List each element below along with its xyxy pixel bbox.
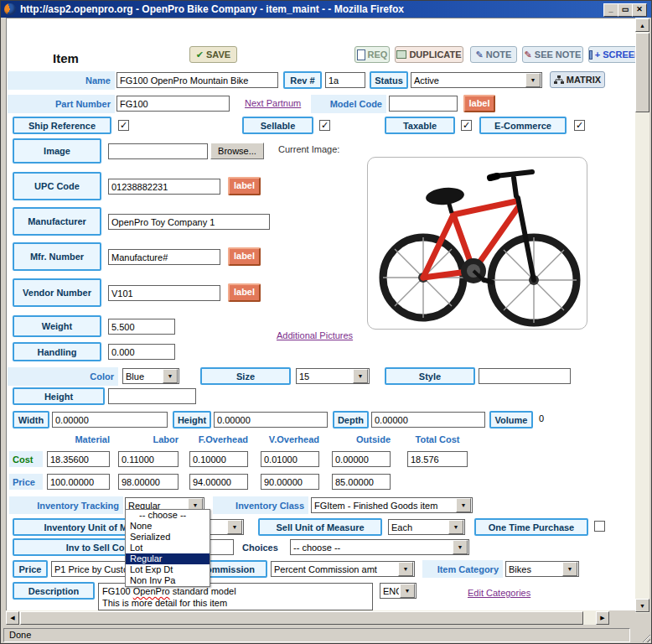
- cost-total-input[interactable]: [407, 451, 468, 467]
- col-header-outside: Outside: [332, 434, 391, 444]
- see-note-button[interactable]: ✎ SEE NOTE: [522, 46, 583, 63]
- scroll-down-button[interactable]: ▼: [635, 599, 649, 612]
- dropdown-option-selected[interactable]: Regular: [126, 553, 210, 564]
- dropdown-option[interactable]: Lot: [126, 543, 210, 553]
- status-bar: Done: [1, 626, 652, 644]
- upc-code-input[interactable]: [108, 179, 220, 195]
- cost-material-input[interactable]: [47, 451, 110, 467]
- choices-select[interactable]: -- choose --▼: [290, 539, 469, 555]
- weight-input[interactable]: [108, 319, 175, 335]
- browse-button[interactable]: Browse...: [210, 143, 264, 159]
- cost-labor-input[interactable]: [118, 451, 179, 467]
- width-label: Width: [13, 411, 49, 428]
- price-2-input[interactable]: [118, 474, 179, 490]
- vendor-label-button[interactable]: label: [228, 283, 261, 302]
- depth-label: Depth: [333, 411, 369, 428]
- inventory-tracking-label: Inventory Tracking: [9, 496, 123, 514]
- one-time-purchase-label: One Time Purchase: [474, 518, 588, 536]
- next-partnum-link[interactable]: Next Partnum: [245, 98, 301, 108]
- inventory-class-select[interactable]: FGItem - Finished Goods item▼: [311, 497, 473, 513]
- rev-input[interactable]: [325, 72, 365, 88]
- weight-label: Weight: [13, 315, 101, 337]
- mfr-label-button[interactable]: label: [228, 247, 261, 266]
- item-category-label: Item Category: [422, 560, 503, 578]
- model-code-label-button[interactable]: label: [463, 95, 495, 112]
- manufacturer-input[interactable]: [108, 214, 270, 230]
- price-5-input[interactable]: [332, 474, 391, 490]
- taxable-label: Taxable: [385, 117, 455, 134]
- ship-reference-label: Ship Reference: [13, 117, 111, 134]
- ship-reference-checkbox[interactable]: [118, 120, 129, 131]
- sellable-label: Sellable: [242, 117, 313, 134]
- upc-label-button[interactable]: label: [228, 177, 261, 195]
- resize-grip[interactable]: [640, 632, 650, 642]
- one-time-purchase-checkbox[interactable]: [594, 521, 605, 532]
- sell-uom-select[interactable]: Each▼: [388, 519, 465, 535]
- price-3-input[interactable]: [189, 474, 248, 490]
- model-code-label: Model Code: [311, 95, 386, 113]
- status-select[interactable]: Active▼: [411, 72, 542, 88]
- scroll-right-button[interactable]: ▶: [596, 611, 609, 625]
- dropdown-option[interactable]: Non Inv Pa: [126, 575, 210, 586]
- scroll-left-button[interactable]: ◀: [6, 611, 19, 625]
- col-header-voverhead: V.Overhead: [261, 434, 319, 444]
- dropdown-option[interactable]: None: [126, 521, 210, 532]
- close-button[interactable]: ✕: [632, 3, 647, 17]
- add-screen-button[interactable]: + SCREEN: [588, 46, 642, 63]
- cost-foverhead-input[interactable]: [189, 451, 248, 467]
- matrix-button[interactable]: MATRIX: [550, 71, 605, 88]
- price-1-input[interactable]: [47, 474, 110, 490]
- part-number-input[interactable]: [116, 96, 230, 112]
- dropdown-option[interactable]: Lot Exp Dt: [126, 564, 210, 575]
- price-row-label: Price: [9, 474, 43, 490]
- mfr-number-input[interactable]: [108, 249, 220, 265]
- taxable-checkbox[interactable]: [461, 120, 472, 131]
- language-select[interactable]: ENG▼: [380, 583, 417, 599]
- note-button[interactable]: ✎ NOTE: [470, 46, 517, 63]
- model-code-input[interactable]: [389, 96, 458, 112]
- name-label: Name: [8, 71, 115, 90]
- page-title: Item: [53, 51, 79, 65]
- height-input[interactable]: [108, 388, 196, 404]
- dropdown-option[interactable]: Serialized: [126, 532, 210, 543]
- save-check-icon: ✔: [196, 49, 204, 60]
- size-select[interactable]: 15▼: [296, 368, 370, 384]
- status-label: Status: [370, 71, 408, 89]
- rev-label: Rev #: [283, 71, 322, 89]
- height2-input[interactable]: [214, 412, 328, 428]
- item-category-select[interactable]: Bikes▼: [505, 561, 579, 577]
- width-input[interactable]: [52, 412, 168, 428]
- dropdown-option[interactable]: -- choose --: [126, 510, 210, 521]
- style-input[interactable]: [479, 368, 571, 384]
- scroll-up-button[interactable]: ▲: [635, 18, 649, 32]
- choices-label: Choices: [242, 538, 278, 556]
- image-input[interactable]: [108, 143, 208, 159]
- vendor-number-label: Vendor Number: [13, 278, 101, 307]
- col-header-total-cost: Total Cost: [407, 434, 468, 444]
- sellable-checkbox[interactable]: [319, 120, 330, 131]
- ecommerce-checkbox[interactable]: [574, 120, 585, 131]
- handling-input[interactable]: [108, 344, 175, 360]
- cost-outside-input[interactable]: [332, 451, 391, 467]
- cost-voverhead-input[interactable]: [261, 451, 319, 467]
- name-input[interactable]: [116, 72, 278, 88]
- chevron-down-icon: ▼: [227, 520, 242, 534]
- edit-categories-link[interactable]: Edit Categories: [468, 588, 530, 598]
- req-button[interactable]: REQ: [354, 46, 390, 63]
- horizontal-scroll-thumb[interactable]: [20, 611, 583, 625]
- price-4-input[interactable]: [261, 474, 319, 490]
- chevron-down-icon: ▼: [400, 584, 415, 598]
- depth-input[interactable]: [371, 412, 485, 428]
- vertical-scroll-thumb[interactable]: [635, 33, 649, 112]
- duplicate-button[interactable]: DUPLICATE: [395, 46, 463, 63]
- bike-illustration: [368, 158, 588, 330]
- additional-pictures-link[interactable]: Additional Pictures: [277, 330, 353, 340]
- commission-select[interactable]: Percent Commission amt▼: [271, 561, 415, 577]
- screen-icon: [589, 50, 592, 60]
- minimize-button[interactable]: _: [603, 3, 618, 17]
- mfr-number-label: Mfr. Number: [13, 242, 101, 271]
- maximize-button[interactable]: ▭: [618, 3, 633, 17]
- vendor-number-input[interactable]: [108, 285, 220, 301]
- color-select[interactable]: Blue▼: [122, 368, 179, 384]
- save-button[interactable]: ✔ SAVE: [189, 46, 237, 63]
